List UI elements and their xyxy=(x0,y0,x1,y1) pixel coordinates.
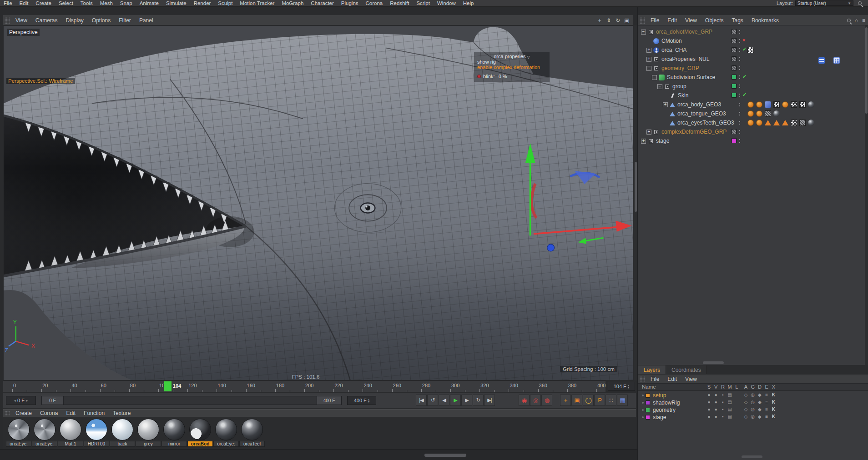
tab-coordinates[interactable]: Coordinates xyxy=(666,365,707,374)
sliders-tag[interactable] xyxy=(818,57,825,64)
layer-toggle[interactable]: ● xyxy=(706,400,712,405)
next-frame-button[interactable]: ▶ xyxy=(461,395,472,406)
autokey-button[interactable]: ◎ xyxy=(530,395,541,406)
tri-tag[interactable] xyxy=(765,120,771,125)
layer-toggle[interactable]: ◎ xyxy=(749,400,756,405)
object-row[interactable]: CMotion× xyxy=(638,36,868,45)
object-manager[interactable]: −orca_doNotMove_GRPCMotion×+orca_CHA✓+or… xyxy=(638,25,868,365)
expander-toggle[interactable]: + xyxy=(646,48,651,53)
play-button[interactable]: ▶ xyxy=(450,395,461,406)
visibility-dots[interactable] xyxy=(739,38,741,44)
layer-toggle[interactable]: ≡ xyxy=(763,414,770,419)
material-thumbnail[interactable] xyxy=(111,419,133,440)
previous-key-button[interactable]: ↺ xyxy=(427,395,438,406)
material-thumbnail[interactable] xyxy=(163,419,185,440)
layers-menu-view[interactable]: View xyxy=(681,376,701,382)
object-row[interactable]: orca_tongue_GEO3 xyxy=(638,109,868,118)
layer-toggle[interactable]: ≡ xyxy=(763,400,770,405)
layer-toggle[interactable]: ▤ xyxy=(727,400,733,405)
object-manager-menu-tags[interactable]: Tags xyxy=(728,17,747,24)
material-item[interactable]: grey xyxy=(136,419,161,447)
object-manager-menu-objects[interactable]: Objects xyxy=(701,17,728,24)
object-manager-menu-view[interactable]: View xyxy=(681,17,701,24)
object-row[interactable]: +stage xyxy=(638,136,868,145)
layer-toggle[interactable]: ● xyxy=(706,407,712,412)
material-item[interactable]: orcaEye: xyxy=(32,419,57,447)
material-item[interactable]: orcaTeel xyxy=(239,419,265,447)
layer-toggle[interactable]: ◇ xyxy=(742,392,749,397)
search-icon[interactable] xyxy=(847,19,851,22)
viewport-menu-display[interactable]: Display xyxy=(61,17,87,24)
layer-toggle[interactable]: ● xyxy=(712,400,719,405)
material-item[interactable]: HDRI 00 xyxy=(84,419,109,447)
layer-color-chip[interactable] xyxy=(646,415,650,420)
layer-toggle[interactable]: ▤ xyxy=(727,392,733,397)
menu-tools[interactable]: Tools xyxy=(77,0,96,6)
layer-row[interactable]: geometry●●▪▤◇◎◆≡K xyxy=(638,406,868,414)
expander-toggle[interactable]: + xyxy=(641,139,646,144)
menu-mograph[interactable]: MoGraph xyxy=(278,0,307,6)
range-slider-left-grip[interactable]: 0 F xyxy=(42,396,64,405)
layer-color-chip[interactable] xyxy=(732,65,737,70)
panel-menu-icon[interactable]: ≡ xyxy=(862,17,865,24)
object-manager-menu-bookmarks[interactable]: Bookmarks xyxy=(747,17,783,24)
viewport-scrollbar[interactable] xyxy=(634,25,637,380)
hud-blink-row[interactable]: blink: 0 % xyxy=(477,74,546,79)
object-manager-scrollbar[interactable] xyxy=(865,25,868,365)
hud-panel[interactable]: orca properies▽ show rig enable complex … xyxy=(474,52,550,82)
expander-toggle[interactable]: + xyxy=(663,102,668,107)
object-manager-menu-file[interactable]: File xyxy=(646,17,663,24)
menu-plugins[interactable]: Plugins xyxy=(338,0,362,6)
visibility-dots[interactable] xyxy=(739,56,741,62)
rotate-view-icon[interactable]: ↻ xyxy=(613,17,622,24)
material-thumbnail[interactable] xyxy=(60,419,81,440)
layer-toggle[interactable]: ▪ xyxy=(719,392,726,397)
material-menu-function[interactable]: Function xyxy=(80,410,109,416)
record-parameter-button[interactable]: P xyxy=(594,395,605,406)
previous-frame-button[interactable]: ◀ xyxy=(439,395,449,406)
layer-color-chip[interactable] xyxy=(646,400,650,405)
object-row[interactable]: Skin✓ xyxy=(638,91,868,100)
menu-edit[interactable]: Edit xyxy=(16,0,32,6)
checker-tag[interactable] xyxy=(791,120,797,126)
toggle-view-icon[interactable]: ▣ xyxy=(622,17,631,24)
horizontal-scrollbar-thumb[interactable] xyxy=(424,454,466,457)
layer-toggle[interactable]: K xyxy=(770,414,777,419)
layer-toggle[interactable]: ▪ xyxy=(719,407,726,412)
layers-hscrollbar-thumb[interactable] xyxy=(742,455,762,458)
layers-menu-edit[interactable]: Edit xyxy=(663,376,681,382)
layer-color-chip[interactable] xyxy=(732,29,737,34)
sphere-tag[interactable] xyxy=(773,110,780,117)
layer-toggle[interactable]: K xyxy=(770,392,777,397)
material-menu-edit[interactable]: Edit xyxy=(62,410,80,416)
material-item[interactable]: Mat.1 xyxy=(58,419,83,447)
spinner-right-icon[interactable]: ▸ xyxy=(26,398,28,403)
layer-toggle[interactable]: ◆ xyxy=(756,414,763,419)
object-row[interactable]: +orca_body_GEO3 xyxy=(638,100,868,109)
current-frame-marker[interactable] xyxy=(164,381,172,391)
viewport-menu-panel[interactable]: Panel xyxy=(135,17,157,24)
next-key-button[interactable]: ↻ xyxy=(473,395,484,406)
drag-grip-icon[interactable] xyxy=(640,376,645,382)
goto-start-button[interactable]: |◀ xyxy=(416,395,427,406)
dot-tag[interactable] xyxy=(747,101,754,108)
material-thumbnail[interactable] xyxy=(215,419,237,440)
layer-color-chip[interactable] xyxy=(732,84,737,89)
checker-tag[interactable] xyxy=(747,47,754,53)
layer-toggle[interactable]: ◆ xyxy=(756,407,763,412)
preview-range-slider[interactable]: 0 F 400 F xyxy=(41,396,342,405)
home-icon[interactable]: ⌂ xyxy=(855,17,858,24)
object-row[interactable]: −orca_doNotMove_GRP xyxy=(638,27,868,36)
checker-tag[interactable] xyxy=(799,101,806,108)
viewport-menu-filter[interactable]: Filter xyxy=(115,17,135,24)
record-dot-icon[interactable] xyxy=(477,75,481,78)
drag-grip-icon[interactable] xyxy=(640,17,645,24)
hud-enable-deformation[interactable]: enable complex deformation xyxy=(477,65,546,70)
visibility-dots[interactable] xyxy=(739,129,741,135)
object-row[interactable]: −geometry_GRP xyxy=(638,64,868,73)
drag-grip-icon[interactable] xyxy=(5,411,10,415)
layer-toggle[interactable]: ≡ xyxy=(763,407,770,412)
layer-toggle[interactable]: ≡ xyxy=(763,392,770,397)
tri-tag[interactable] xyxy=(782,120,788,125)
visibility-dots[interactable] xyxy=(739,65,741,71)
